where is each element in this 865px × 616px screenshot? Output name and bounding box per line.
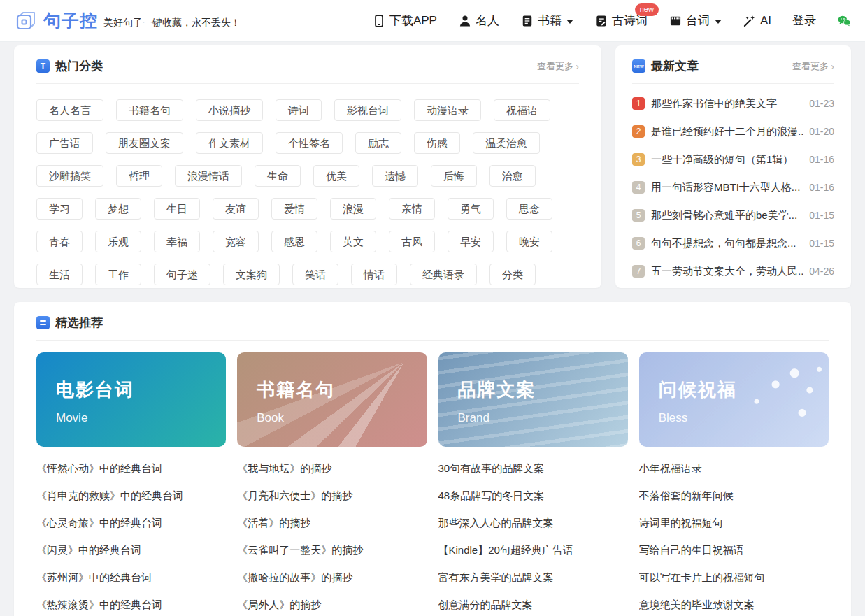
featured-item[interactable]: 那些深入人心的品牌文案 — [438, 510, 628, 537]
category-tag[interactable]: 古风 — [389, 231, 435, 252]
category-tag[interactable]: 笑话 — [292, 264, 338, 285]
featured-card[interactable]: 电影台词Movie — [36, 352, 226, 447]
article-row[interactable]: 6句句不提想念，句句都是想念...01-15 — [632, 229, 834, 257]
category-tag[interactable]: 影视台词 — [334, 99, 401, 121]
category-tag[interactable]: 工作 — [95, 264, 141, 285]
featured-item[interactable]: 意境绝美的毕业致谢文案 — [639, 592, 829, 616]
featured-item[interactable]: 《热辣滚烫》中的经典台词 — [36, 592, 226, 616]
category-tag[interactable]: 英文 — [330, 231, 376, 252]
category-tag[interactable]: 幸福 — [154, 231, 200, 252]
category-tag[interactable]: 句子迷 — [154, 264, 210, 285]
category-tag[interactable]: 广告语 — [36, 132, 93, 154]
article-row[interactable]: 3一些干净高级的短句（第1辑）01-16 — [632, 145, 834, 173]
featured-item[interactable]: 48条品牌写的冬日文案 — [438, 482, 628, 510]
latest-articles-list: 1那些作家书信中的绝美文字01-232是谁已经预约好十二个月的浪漫...01-2… — [632, 89, 834, 285]
category-tag[interactable]: 浪漫情话 — [175, 165, 242, 187]
category-tag[interactable]: 经典语录 — [410, 264, 477, 285]
category-tag[interactable]: 早安 — [448, 231, 494, 252]
featured-item[interactable]: 写给自己的生日祝福语 — [639, 537, 829, 564]
category-tag[interactable]: 感恩 — [271, 231, 317, 252]
category-tag[interactable]: 动漫语录 — [414, 99, 481, 121]
nav-item-ai[interactable]: AI — [743, 14, 771, 28]
article-row[interactable]: 5那些刻骨铭心意难平的be美学...01-15 — [632, 201, 834, 229]
category-tag[interactable]: 优美 — [313, 165, 359, 187]
featured-item[interactable]: 【Kindle】20句超经典广告语 — [438, 537, 628, 564]
article-row[interactable]: 4用一句话形容MBTI十六型人格...01-16 — [632, 173, 834, 201]
featured-item[interactable]: 《云雀叫了一整天》的摘抄 — [237, 537, 427, 564]
nav-item-celebrities[interactable]: 名人 — [458, 13, 499, 29]
category-tag[interactable]: 励志 — [355, 132, 401, 154]
category-tag[interactable]: 勇气 — [448, 198, 494, 220]
category-tag[interactable]: 友谊 — [213, 198, 259, 220]
featured-card[interactable]: 问候祝福Bless — [639, 352, 829, 447]
latest-view-more-link[interactable]: 查看更多› — [792, 60, 834, 73]
featured-item[interactable]: 小年祝福语录 — [639, 455, 829, 482]
category-tag[interactable]: 思念 — [506, 198, 552, 220]
featured-item[interactable]: 诗词里的祝福短句 — [639, 510, 829, 537]
featured-item[interactable]: 不落俗套的新年问候 — [639, 482, 829, 510]
featured-item[interactable]: 《撒哈拉的故事》的摘抄 — [237, 564, 427, 592]
category-tag[interactable]: 爱情 — [271, 198, 317, 220]
featured-item[interactable]: 《苏州河》中的经典台词 — [36, 564, 226, 592]
category-tag[interactable]: 青春 — [36, 231, 83, 252]
featured-item[interactable]: 《局外人》的摘抄 — [237, 592, 427, 616]
category-tag[interactable]: 温柔治愈 — [473, 132, 540, 154]
article-row[interactable]: 2是谁已经预约好十二个月的浪漫...01-20 — [632, 117, 834, 145]
featured-item[interactable]: 《我与地坛》的摘抄 — [237, 455, 427, 482]
category-tag[interactable]: 学习 — [36, 198, 83, 220]
nav-item-movie-lines[interactable]: 台词 — [669, 13, 722, 29]
category-tag[interactable]: 晚安 — [506, 231, 552, 252]
article-title: 一些干净高级的短句（第1辑） — [651, 153, 803, 166]
nav-item-wechat[interactable] — [837, 14, 851, 28]
category-tag[interactable]: 宽容 — [213, 231, 259, 252]
categories-view-more-link[interactable]: 查看更多› — [537, 60, 579, 73]
category-tag[interactable]: 朋友圈文案 — [106, 132, 183, 154]
category-tag[interactable]: 情话 — [351, 264, 397, 285]
category-tag[interactable]: 书籍名句 — [116, 99, 183, 121]
category-tag[interactable]: 生活 — [36, 264, 83, 285]
featured-item[interactable]: 富有东方美学的品牌文案 — [438, 564, 628, 592]
category-tag[interactable]: 亲情 — [389, 198, 435, 220]
category-tag[interactable]: 祝福语 — [494, 99, 550, 121]
featured-item[interactable]: 《月亮和六便士》的摘抄 — [237, 482, 427, 510]
category-tag[interactable]: 分类 — [489, 264, 536, 285]
category-tag[interactable]: 哲理 — [116, 165, 162, 187]
featured-item[interactable]: 30句有故事的品牌文案 — [438, 455, 628, 482]
category-tag[interactable]: 伤感 — [414, 132, 460, 154]
featured-item[interactable]: 《闪灵》中的经典台词 — [36, 537, 226, 564]
featured-item-list: 《我与地坛》的摘抄《月亮和六便士》的摘抄《活着》的摘抄《云雀叫了一整天》的摘抄《… — [237, 455, 427, 616]
category-tag[interactable]: 梦想 — [95, 198, 141, 220]
logo[interactable]: 句子控 美好句子一键收藏，永不丢失！ — [14, 9, 241, 33]
featured-card[interactable]: 品牌文案Brand — [438, 352, 628, 447]
article-row[interactable]: 1那些作家书信中的绝美文字01-23 — [632, 89, 834, 117]
nav-item-ancient-poetry[interactable]: 古诗词new — [594, 13, 648, 29]
nav-item-login[interactable]: 登录 — [792, 13, 816, 29]
featured-item[interactable]: 创意满分的品牌文案 — [438, 592, 628, 616]
hot-categories-panel: T 热门分类 查看更多› 名人名言书籍名句小说摘抄诗词影视台词动漫语录祝福语广告… — [14, 45, 601, 288]
category-tag[interactable]: 遗憾 — [372, 165, 418, 187]
featured-item[interactable]: 《怦然心动》中的经典台词 — [36, 455, 226, 482]
category-tag[interactable]: 后悔 — [431, 165, 477, 187]
category-tag[interactable]: 治愈 — [489, 165, 536, 187]
article-row[interactable]: 7五一劳动节文案大全，劳动人民...04-26 — [632, 257, 834, 285]
category-tag[interactable]: 名人名言 — [36, 99, 103, 121]
category-tag[interactable]: 浪漫 — [330, 198, 376, 220]
category-tag[interactable]: 文案狗 — [223, 264, 280, 285]
category-tag[interactable]: 生日 — [154, 198, 200, 220]
category-tag[interactable]: 小说摘抄 — [196, 99, 263, 121]
featured-item[interactable]: 可以写在卡片上的祝福短句 — [639, 564, 829, 592]
rank-badge: 6 — [632, 237, 645, 250]
category-tag[interactable]: 乐观 — [95, 231, 141, 252]
nav-item-download-app[interactable]: 下载APP — [372, 13, 437, 29]
nav-item-books[interactable]: 书籍 — [520, 13, 573, 29]
featured-card[interactable]: 书籍名句Book — [237, 352, 427, 447]
category-tag[interactable]: 沙雕搞笑 — [36, 165, 103, 187]
featured-item[interactable]: 《心灵奇旅》中的经典台词 — [36, 510, 226, 537]
category-tag[interactable]: 作文素材 — [196, 132, 263, 154]
category-tag[interactable]: 诗词 — [276, 99, 322, 121]
category-tag[interactable]: 个性签名 — [276, 132, 343, 154]
category-tag[interactable]: 生命 — [255, 165, 301, 187]
nav-label: 台词 — [686, 13, 710, 29]
featured-item[interactable]: 《活着》的摘抄 — [237, 510, 427, 537]
featured-item[interactable]: 《肖申克的救赎》中的经典台词 — [36, 482, 226, 510]
